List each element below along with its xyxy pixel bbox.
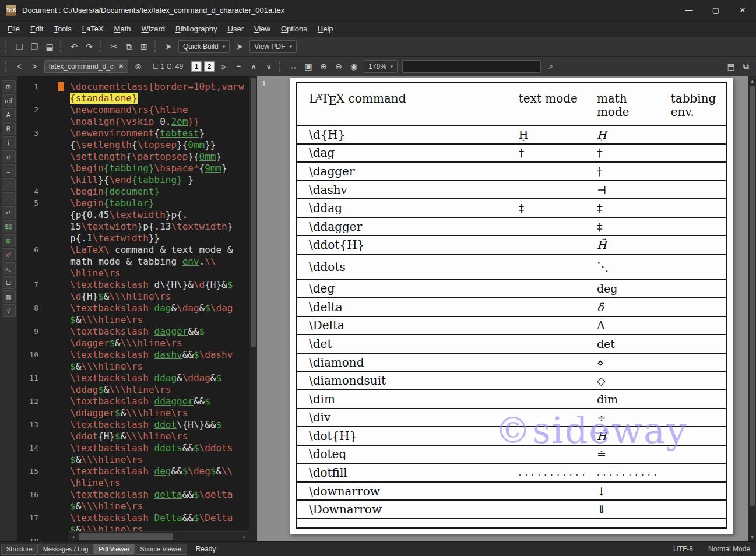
panel-button-messages-log[interactable]: Messages / Log — [38, 544, 94, 555]
ref-icon[interactable]: ref — [2, 94, 16, 107]
view-pdf-dropdown[interactable]: View PDF ▾ — [249, 40, 297, 53]
menu-view[interactable]: View — [249, 22, 276, 36]
eye-icon[interactable]: ◉ — [347, 59, 361, 73]
search-input[interactable] — [402, 60, 541, 73]
code-text: \textbackslash ddagger&&$ — [69, 396, 249, 407]
search-icon[interactable]: ⌕ — [544, 59, 558, 73]
math-mode-cell: . . . . . . . . . . — [597, 468, 671, 477]
math-mode-cell: deg — [597, 282, 671, 295]
paste-icon[interactable]: ⊞ — [137, 40, 151, 54]
close-document-button[interactable]: ⊗ — [131, 59, 145, 73]
editor-vertical-scrollbar[interactable] — [249, 76, 257, 531]
panel-button-structure[interactable]: Structure — [1, 544, 38, 555]
pdf-page: LATEX command text mode math mode tabbin… — [290, 78, 733, 534]
undo-icon[interactable]: ↶ — [67, 40, 81, 54]
page-button-1[interactable]: 1 — [191, 61, 202, 72]
bold-icon[interactable]: B — [2, 122, 16, 135]
menu-math[interactable]: Math — [109, 22, 136, 36]
scroll-up-arrow[interactable]: ▴ — [748, 76, 756, 86]
matrix-icon[interactable]: ⊠ — [2, 234, 16, 247]
menu-latex[interactable]: LaTeX — [77, 22, 109, 36]
code-line: 12\textbackslash ddagger&&$ — [17, 396, 249, 407]
description-icon[interactable]: ≡ — [2, 192, 16, 205]
latex-command-cell: \ddag — [303, 201, 519, 215]
page-button-2[interactable]: 2 — [204, 61, 215, 72]
close-button[interactable]: ✕ — [729, 0, 756, 21]
line-number — [17, 116, 41, 128]
zoom-out-icon[interactable]: ⊖ — [332, 59, 346, 73]
more-pages-button[interactable]: » — [216, 59, 230, 73]
menu-tools[interactable]: Tools — [48, 22, 76, 36]
superscript-icon[interactable]: x² — [2, 248, 16, 261]
code-line: 6\LaTeX\ command & text mode & — [17, 244, 249, 256]
pdf-vertical-scrollbar[interactable]: ▴ ▾ — [748, 76, 756, 541]
code-text: \textbackslash ddots&&$\ddots — [69, 442, 249, 454]
math-mode-icon[interactable]: $$ — [2, 220, 16, 233]
zoom-in-icon[interactable]: ⊕ — [317, 59, 330, 73]
frac-icon[interactable]: ⊟ — [2, 276, 16, 289]
label-icon[interactable]: A — [2, 108, 16, 121]
menu-help[interactable]: Help — [312, 22, 339, 36]
latex-command-cell: \dot{H} — [303, 429, 519, 443]
panel-button-pdf-viewer[interactable]: Pdf Viewer — [93, 544, 135, 555]
save-icon[interactable]: ⬓ — [43, 40, 57, 54]
panel-button-source-viewer[interactable]: Source Viewer — [135, 544, 187, 555]
detach-viewer-icon[interactable]: ⧉ — [739, 59, 753, 73]
next-document-button[interactable]: > — [27, 59, 41, 73]
scrollbar-thumb[interactable] — [251, 78, 256, 347]
fit-width-icon[interactable]: ↔ — [286, 59, 300, 73]
maximize-button[interactable]: ▢ — [702, 0, 729, 21]
newline-icon[interactable]: ↵ — [2, 206, 16, 219]
expand-button[interactable]: ∨ — [262, 59, 276, 73]
menubar: FileEditToolsLaTeXMathWizardBibliography… — [0, 21, 756, 37]
scrollbar-thumb[interactable] — [79, 533, 173, 540]
menu-options[interactable]: Options — [276, 22, 312, 36]
itemize-icon[interactable]: ≡ — [2, 164, 16, 177]
editor-pane[interactable]: 1\documentclass[border=10pt,varw{standal… — [17, 76, 257, 541]
editor-horizontal-scrollbar[interactable]: ◂ ▸ — [69, 531, 249, 541]
italic-icon[interactable]: i — [2, 136, 16, 149]
pdf-viewer-pane[interactable]: 1 LATEX command text mode math mode tabb… — [257, 76, 748, 541]
document-tab[interactable]: latex_command_d_c ✕ — [44, 60, 128, 73]
scroll-left-arrow[interactable]: ◂ — [69, 534, 78, 540]
view-pdf-run-button[interactable]: ➤ — [233, 40, 247, 54]
table-row: \diamondsuit◇ — [297, 372, 726, 390]
insert-icon[interactable]: ⊞ — [2, 80, 16, 93]
quick-build-run-button[interactable]: ➤ — [161, 40, 175, 54]
menu-bibliography[interactable]: Bibliography — [170, 22, 223, 36]
subscript-icon[interactable]: x₂ — [2, 262, 16, 275]
fit-page-icon[interactable]: ▣ — [301, 59, 315, 73]
cut-icon[interactable]: ✂ — [107, 40, 121, 54]
emph-icon[interactable]: e — [2, 150, 16, 163]
code-text: \hline\rs — [69, 268, 249, 279]
scrollbar-track[interactable] — [78, 532, 240, 541]
menu-file[interactable]: File — [2, 22, 25, 36]
array-icon[interactable]: ▦ — [2, 290, 16, 303]
structure-list-button[interactable]: ≡ — [231, 59, 245, 73]
sqrt-icon[interactable]: √ — [2, 304, 16, 317]
table-row: \detdet — [297, 335, 726, 354]
open-folder-icon[interactable]: ❐ — [27, 40, 41, 54]
previous-document-button[interactable]: < — [12, 59, 26, 73]
menu-user[interactable]: User — [223, 22, 249, 36]
print-icon[interactable]: ▤ — [724, 59, 738, 73]
quick-build-dropdown[interactable]: Quick Build ▾ — [178, 40, 230, 53]
enumerate-icon[interactable]: ≡ — [2, 178, 16, 191]
mode-label: Normal Mode — [708, 545, 750, 553]
menu-edit[interactable]: Edit — [25, 22, 48, 36]
scroll-down-arrow[interactable]: ▾ — [748, 532, 756, 541]
code-area[interactable]: 1\documentclass[border=10pt,varw{standal… — [17, 76, 249, 541]
minimize-button[interactable]: — — [676, 0, 702, 21]
line-marker-slot — [41, 442, 69, 454]
zoom-dropdown[interactable]: 178% ▾ — [364, 60, 398, 73]
scrollbar-thumb[interactable] — [750, 86, 755, 506]
copy-icon[interactable]: ⧉ — [122, 40, 136, 54]
close-tab-icon[interactable]: ✕ — [119, 63, 124, 69]
new-document-icon[interactable]: ❏ — [12, 40, 26, 54]
scroll-right-arrow[interactable]: ▸ — [240, 534, 249, 540]
code-line: \ddag$&\\\hline\rs — [17, 384, 249, 396]
redo-icon[interactable]: ↷ — [82, 40, 96, 54]
collapse-button[interactable]: ∧ — [247, 59, 261, 73]
code-text: \dagger$&\\\hline\rs — [69, 337, 249, 349]
menu-wizard[interactable]: Wizard — [136, 22, 170, 36]
